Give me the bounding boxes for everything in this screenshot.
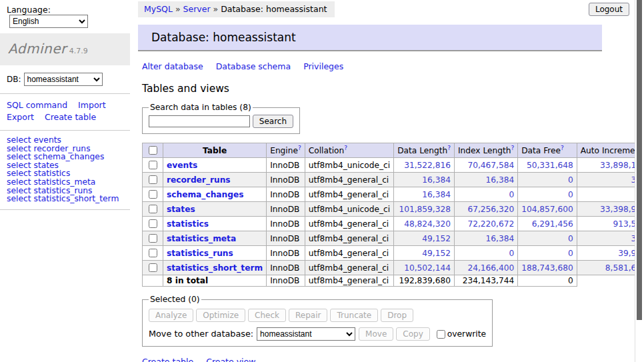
collation-cell: utf8mb4_general_ci — [305, 246, 393, 261]
sql-command-link[interactable]: SQL command — [7, 100, 67, 110]
logout-button[interactable]: Logout — [589, 3, 629, 16]
row-checkbox[interactable] — [149, 263, 157, 272]
search-button[interactable]: Search — [253, 115, 293, 128]
create-table-link[interactable]: Create table — [142, 357, 193, 362]
data-length-cell: 31,522,816 — [394, 158, 455, 173]
row-checkbox-cell — [143, 187, 163, 202]
index-length-cell: 0 — [454, 246, 517, 261]
table-name-link-statistics-short-term[interactable]: statistics_short_term — [167, 263, 263, 273]
data-length-cell: 48,824,320 — [394, 217, 455, 231]
total-index-length-cell: 234,143,744 — [454, 275, 517, 287]
total-data-length-cell: 192,839,680 — [394, 275, 455, 287]
table-name-link-schema-changes[interactable]: schema_changes — [167, 190, 243, 199]
table-name-link-statistics-meta[interactable]: statistics_meta — [167, 234, 236, 243]
table-row-statistics-runs: statistics_runsInnoDButf8mb4_general_ci4… — [143, 246, 644, 261]
breadcrumb-item-mysql[interactable]: MySQL — [144, 4, 173, 14]
vertical-scrollbar[interactable] — [635, 0, 644, 362]
scrollbar-thumb[interactable] — [637, 0, 642, 320]
search-fieldset: Search data in tables (8) Search — [142, 103, 300, 134]
db-select[interactable]: homeassistant — [24, 73, 103, 86]
repair-button[interactable]: Repair — [289, 309, 327, 322]
help-link[interactable]: ? — [344, 145, 347, 151]
column-header-index-length: Index Length? — [454, 143, 517, 158]
import-link[interactable]: Import — [78, 100, 106, 110]
row-checkbox-cell — [143, 217, 163, 231]
index-length-cell: 16,384 — [454, 173, 517, 187]
truncate-button[interactable]: Truncate — [330, 309, 378, 322]
breadcrumb-separator: » — [211, 4, 221, 14]
search-input[interactable] — [149, 115, 250, 127]
move-button[interactable]: Move — [359, 327, 393, 341]
table-row-statistics-short-term: statistics_short_termInnoDButf8mb4_gener… — [143, 261, 644, 275]
row-checkbox-cell — [143, 173, 163, 187]
table-name-cell: statistics_meta — [163, 231, 267, 246]
engine-cell: InnoDB — [267, 187, 305, 202]
overwrite-checkbox[interactable] — [437, 330, 445, 339]
row-checkbox[interactable] — [149, 205, 157, 213]
table-name-link-events[interactable]: events — [167, 161, 197, 170]
auto-increment-cell: 913,577 — [577, 217, 644, 231]
help-sup: ? — [511, 145, 514, 151]
engine-cell: InnoDB — [267, 173, 305, 187]
database-schema-link[interactable]: Database schema — [216, 61, 291, 71]
table-name-cell: states — [163, 202, 267, 217]
data-length-cell: 49,152 — [394, 231, 455, 246]
help-link[interactable]: ? — [511, 145, 514, 151]
check-button[interactable]: Check — [248, 309, 286, 322]
data-free-cell: 50,331,648 — [518, 158, 577, 173]
search-legend: Search data in tables (8) — [149, 103, 253, 112]
table-name-link-statistics[interactable]: statistics — [167, 219, 209, 229]
select-all-checkbox[interactable] — [149, 146, 157, 155]
total-empty-cell — [143, 275, 163, 287]
row-checkbox[interactable] — [149, 190, 157, 199]
breadcrumb: MySQL » Server » Database: homeassistant — [138, 1, 335, 17]
row-checkbox[interactable] — [149, 161, 157, 169]
copy-button[interactable]: Copy — [396, 327, 429, 341]
privileges-link[interactable]: Privileges — [303, 61, 343, 71]
analyze-button[interactable]: Analyze — [149, 309, 193, 322]
table-link-statistics-short-term[interactable]: statistics_short_term — [33, 194, 119, 203]
row-checkbox-cell — [143, 202, 163, 217]
row-checkbox[interactable] — [149, 175, 157, 184]
help-link[interactable]: ? — [447, 145, 451, 151]
alter-database-link[interactable]: Alter database — [142, 61, 203, 71]
table-name-link-recorder-runs[interactable]: recorder_runs — [167, 175, 231, 185]
collation-cell: utf8mb4_general_ci — [305, 261, 393, 275]
help-sup: ? — [447, 145, 451, 151]
table-row-events: eventsInnoDButf8mb4_unicode_ci31,522,816… — [143, 158, 644, 173]
help-link[interactable]: ? — [298, 145, 301, 151]
table-name-link-states[interactable]: states — [167, 205, 195, 214]
data-length-cell: 101,859,328 — [394, 202, 455, 217]
create-table-link[interactable]: Create table — [45, 112, 96, 122]
main-content: MySQL » Server » Database: homeassistant… — [138, 0, 613, 362]
row-checkbox[interactable] — [149, 234, 157, 243]
export-link[interactable]: Export — [7, 112, 34, 122]
create-view-link[interactable]: Create view — [206, 357, 255, 362]
data-length-cell: 10,502,144 — [394, 261, 455, 275]
index-length-cell: 70,467,584 — [454, 158, 517, 173]
help-sup: ? — [344, 145, 347, 151]
tables-table: TableEngine?Collation?Data Length?Index … — [142, 143, 644, 287]
drop-button[interactable]: Drop — [381, 309, 413, 322]
help-link[interactable]: ? — [561, 145, 564, 151]
auto-increment-cell: 6 — [577, 187, 644, 202]
optimize-button[interactable]: Optimize — [196, 309, 245, 322]
column-header-data-length: Data Length? — [394, 143, 455, 158]
data-free-cell: 0 — [518, 187, 577, 202]
table-row-statistics: statisticsInnoDButf8mb4_general_ci48,824… — [143, 217, 644, 231]
move-database-select[interactable]: homeassistant — [257, 327, 355, 341]
collation-cell: utf8mb4_general_ci — [305, 231, 393, 246]
table-name-link-statistics-runs[interactable]: statistics_runs — [167, 249, 233, 258]
collation-cell: utf8mb4_general_ci — [305, 275, 393, 287]
table-name-cell: statistics_runs — [163, 246, 267, 261]
row-checkbox[interactable] — [149, 249, 157, 257]
column-header-data-free: Data Free? — [518, 143, 577, 158]
engine-cell: InnoDB — [267, 202, 305, 217]
row-checkbox[interactable] — [149, 219, 157, 228]
breadcrumb-item-server[interactable]: Server — [183, 4, 211, 14]
table-row-states: statesInnoDButf8mb4_unicode_ci101,859,32… — [143, 202, 644, 217]
select-link-statistics-short-term[interactable]: select — [7, 194, 31, 203]
language-select[interactable]: English — [9, 15, 88, 28]
row-checkbox-cell — [143, 231, 163, 246]
header-row: TableEngine?Collation?Data Length?Index … — [143, 143, 644, 158]
